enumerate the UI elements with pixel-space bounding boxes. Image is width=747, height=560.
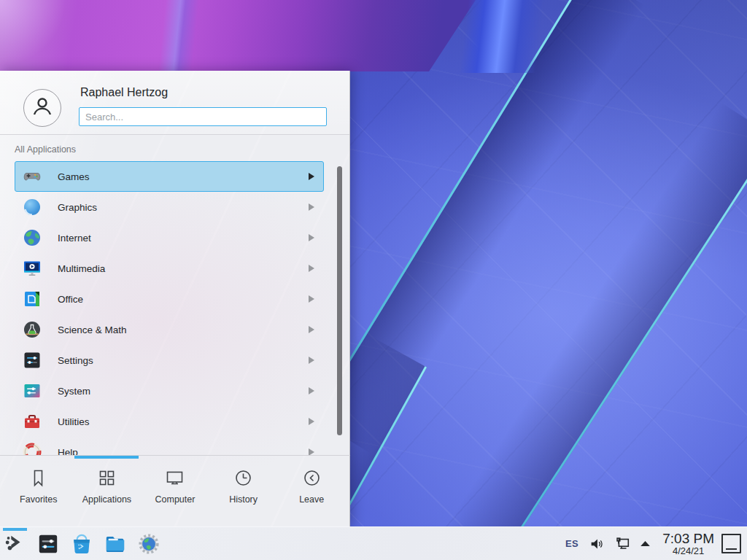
application-launcher-popup: Raphael Hertzog All Applications Gam: [0, 71, 350, 526]
tab-label: History: [229, 494, 258, 505]
section-label: All Applications: [15, 144, 76, 155]
category-label: Games: [58, 171, 309, 182]
network-icon[interactable]: [614, 535, 631, 553]
tab-label: Leave: [299, 494, 324, 505]
scrollbar-thumb[interactable]: [337, 166, 342, 435]
desktop: Raphael Hertzog All Applications Gam: [0, 0, 747, 560]
app-launcher-button[interactable]: [0, 527, 29, 560]
kickoff-launcher-icon: [4, 532, 26, 556]
submenu-arrow-icon: [309, 295, 314, 303]
tab-computer[interactable]: Computer: [141, 456, 209, 526]
submenu-arrow-icon: [309, 418, 314, 425]
launcher-tabbar: Favorites Applications: [0, 455, 350, 526]
digital-clock[interactable]: 7:03 PM 4/24/21: [662, 532, 714, 556]
category-label: Help: [58, 447, 309, 456]
category-label: Office: [58, 294, 309, 305]
category-row-help[interactable]: Help: [15, 437, 324, 455]
category-row-games[interactable]: Games: [15, 161, 324, 192]
show-desktop-button[interactable]: [721, 534, 741, 553]
category-row-internet[interactable]: Internet: [15, 222, 324, 253]
tab-label: Favorites: [20, 494, 57, 505]
multimedia-icon: [23, 259, 42, 278]
category-label: System: [58, 386, 309, 397]
category-row-multimedia[interactable]: Multimedia: [15, 253, 324, 284]
games-icon: [23, 167, 42, 186]
submenu-arrow-icon: [309, 387, 314, 394]
submenu-arrow-icon: [309, 265, 314, 272]
user-avatar[interactable]: [23, 89, 61, 127]
category-row-graphics[interactable]: Graphics: [15, 192, 324, 222]
user-name: Raphael Hertzog: [80, 86, 168, 99]
science-icon: [23, 320, 42, 339]
clock-date: 4/24/21: [673, 546, 704, 556]
submenu-arrow-icon: [309, 173, 314, 180]
grid-icon: [97, 468, 117, 488]
category-row-system[interactable]: System: [15, 376, 324, 406]
help-icon: [23, 443, 42, 455]
tab-label: Applications: [82, 494, 131, 505]
volume-icon[interactable]: [589, 536, 605, 552]
submenu-arrow-icon: [309, 203, 314, 211]
utilities-icon: [23, 412, 42, 431]
dolphin-file-manager-taskbar-icon[interactable]: [101, 527, 130, 560]
category-label: Utilities: [58, 416, 309, 427]
active-task-indicator: [3, 528, 27, 531]
submenu-arrow-icon: [309, 234, 314, 241]
discover-taskbar-icon[interactable]: [67, 527, 96, 560]
category-row-science[interactable]: Science & Math: [15, 314, 324, 345]
taskbar-panel: ES 7:03 PM 4/24/21: [0, 526, 747, 560]
office-icon: [23, 289, 42, 308]
category-list: Games Graphics: [0, 161, 350, 455]
submenu-arrow-icon: [309, 357, 314, 364]
leave-circle-icon: [302, 468, 322, 488]
search-input[interactable]: [79, 107, 327, 126]
category-row-settings[interactable]: Settings: [15, 345, 324, 376]
clock-time: 7:03 PM: [662, 532, 714, 546]
system-icon: [23, 381, 42, 400]
internet-icon: [23, 228, 42, 247]
wallpaper-blue-band: [460, 0, 544, 73]
monitor-icon: [165, 468, 185, 488]
tab-favorites[interactable]: Favorites: [4, 456, 73, 526]
tab-applications[interactable]: Applications: [73, 456, 142, 526]
expand-tray-caret-icon[interactable]: [640, 540, 651, 547]
user-icon: [30, 94, 55, 122]
wallpaper-purple-corner: [0, 0, 481, 71]
category-label: Multimedia: [58, 263, 309, 274]
tab-leave[interactable]: Leave: [277, 456, 346, 526]
web-browser-taskbar-icon[interactable]: [134, 527, 163, 560]
bookmark-icon: [28, 468, 48, 488]
keyboard-layout-indicator[interactable]: ES: [565, 538, 578, 549]
category-label: Graphics: [58, 202, 309, 213]
tab-label: Computer: [155, 494, 196, 505]
category-label: Internet: [58, 233, 309, 244]
clock-icon: [233, 468, 253, 488]
active-tab-indicator: [74, 456, 139, 459]
category-row-office[interactable]: Office: [15, 284, 324, 314]
submenu-arrow-icon: [309, 448, 314, 455]
launcher-header: Raphael Hertzog: [0, 71, 349, 135]
graphics-icon: [23, 198, 42, 217]
category-label: Settings: [58, 355, 309, 366]
settings-icon: [23, 351, 42, 370]
tab-history[interactable]: History: [209, 456, 278, 526]
submenu-arrow-icon: [309, 326, 314, 333]
system-settings-taskbar-icon[interactable]: [34, 527, 63, 560]
category-row-utilities[interactable]: Utilities: [15, 406, 324, 437]
category-label: Science & Math: [58, 324, 309, 335]
